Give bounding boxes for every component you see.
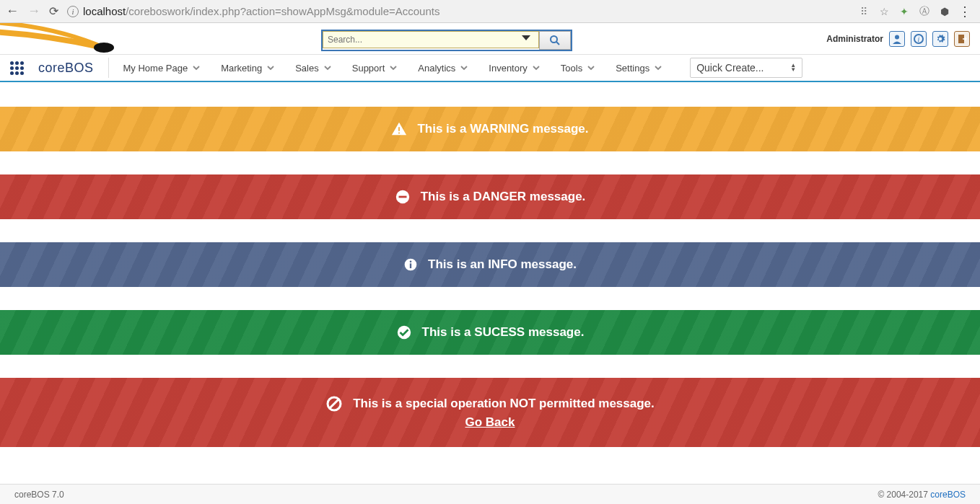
nav-item-analytics[interactable]: Analytics xyxy=(418,63,468,74)
nav-item-settings[interactable]: Settings xyxy=(616,63,662,74)
nav-separator xyxy=(108,58,109,78)
svg-rect-10 xyxy=(398,196,406,198)
nav-item-support[interactable]: Support xyxy=(352,63,398,74)
global-search xyxy=(321,30,572,51)
url-bar[interactable]: i localhost/coreboswork/index.php?action… xyxy=(67,5,849,17)
svg-point-0 xyxy=(94,43,114,53)
go-back-link[interactable]: Go Back xyxy=(465,415,515,430)
alert-text: This is a special operation NOT permitte… xyxy=(353,397,655,411)
search-input[interactable] xyxy=(323,31,539,48)
main-nav: coreBOS My Home Page Marketing Sales Sup… xyxy=(0,55,980,82)
apps-grid-icon[interactable] xyxy=(10,61,24,75)
svg-line-16 xyxy=(330,399,338,408)
svg-point-1 xyxy=(551,36,557,43)
quick-create-label: Quick Create... xyxy=(696,62,764,74)
bookmark-star-icon[interactable]: ☆ xyxy=(878,5,891,18)
alert-text: This is a WARNING message. xyxy=(417,122,588,136)
chevron-down-icon xyxy=(654,63,662,72)
footer-link[interactable]: coreBOS xyxy=(930,490,966,491)
alert-danger: This is a DANGER message. xyxy=(0,174,980,219)
check-circle-icon xyxy=(396,324,412,340)
browser-extension-icons: ⠿ ☆ ✦ Ⓐ ⬢ ⋮ xyxy=(857,5,974,18)
settings-gear-icon[interactable] xyxy=(932,31,948,47)
forward-button[interactable]: → xyxy=(27,4,40,19)
alert-success: This is a SUCESS message. xyxy=(0,310,980,355)
header-right: Administrator i xyxy=(826,31,980,47)
search-button[interactable] xyxy=(539,31,571,50)
back-button[interactable]: ← xyxy=(6,4,19,19)
app-logo[interactable] xyxy=(0,23,123,55)
site-info-icon[interactable]: i xyxy=(67,6,79,17)
nav-item-label: Support xyxy=(352,63,385,74)
footer-copyright: © 2004-2017 coreBOS xyxy=(878,490,966,491)
alert-text: This is an INFO message. xyxy=(428,257,577,272)
extension-a-icon[interactable]: Ⓐ xyxy=(918,5,931,18)
chevron-down-icon xyxy=(460,63,468,72)
nav-item-label: Settings xyxy=(616,63,649,74)
nav-item-tools[interactable]: Tools xyxy=(561,63,595,74)
extension-shield-icon[interactable]: ⬢ xyxy=(938,5,951,18)
minus-circle-icon xyxy=(395,189,411,205)
current-user-label: Administrator xyxy=(826,34,883,44)
nav-item-marketing[interactable]: Marketing xyxy=(221,63,275,74)
footer-copyright-text: © 2004-2017 xyxy=(878,490,930,491)
app-header: Administrator i xyxy=(0,23,980,55)
nav-item-home[interactable]: My Home Page xyxy=(123,63,201,74)
svg-text:i: i xyxy=(918,35,920,43)
extension-leaf-icon[interactable]: ✦ xyxy=(898,5,911,18)
chevron-down-icon xyxy=(323,63,332,72)
brand-label[interactable]: coreBOS xyxy=(38,61,94,76)
translate-icon[interactable]: ⠿ xyxy=(857,5,870,18)
nav-item-label: Tools xyxy=(561,63,582,74)
nav-item-label: Analytics xyxy=(418,63,455,74)
svg-line-2 xyxy=(556,42,559,45)
warning-triangle-icon xyxy=(391,121,407,137)
quick-create-select[interactable]: Quick Create... ▲▼ xyxy=(690,58,802,78)
svg-rect-13 xyxy=(410,263,411,268)
alert-text: This is a DANGER message. xyxy=(421,190,586,204)
logout-icon[interactable] xyxy=(954,31,970,47)
alert-info: This is an INFO message. xyxy=(0,242,980,287)
nav-item-label: Sales xyxy=(295,63,319,74)
nav-item-label: My Home Page xyxy=(123,63,188,74)
info-circle-icon xyxy=(403,257,418,272)
svg-point-12 xyxy=(410,261,412,263)
prohibited-icon xyxy=(325,395,343,412)
nav-item-sales[interactable]: Sales xyxy=(295,63,332,74)
footer-version: coreBOS 7.0 xyxy=(14,490,64,491)
select-arrows-icon: ▲▼ xyxy=(790,63,796,72)
svg-rect-7 xyxy=(399,127,401,131)
nav-item-label: Inventory xyxy=(489,63,527,74)
help-icon[interactable]: i xyxy=(911,31,927,47)
alert-text: This is a SUCESS message. xyxy=(422,325,585,340)
reload-button[interactable]: ⟳ xyxy=(49,4,58,18)
svg-point-3 xyxy=(895,35,899,39)
chevron-down-icon xyxy=(266,63,275,72)
chevron-down-icon xyxy=(532,63,541,72)
nav-items: My Home Page Marketing Sales Support Ana… xyxy=(123,63,663,74)
url-path: /coreboswork/index.php?action=showAppMsg… xyxy=(126,5,439,17)
browser-toolbar: ← → ⟳ i localhost/coreboswork/index.php?… xyxy=(0,0,980,23)
svg-rect-8 xyxy=(399,133,401,134)
alert-not-permitted: This is a special operation NOT permitte… xyxy=(0,378,980,447)
chevron-down-icon xyxy=(587,63,595,72)
alert-warning: This is a WARNING message. xyxy=(0,107,980,151)
chevron-down-icon xyxy=(192,63,201,72)
user-icon[interactable] xyxy=(889,31,905,47)
browser-nav-buttons: ← → ⟳ xyxy=(6,4,58,19)
nav-item-inventory[interactable]: Inventory xyxy=(489,63,540,74)
search-icon xyxy=(549,35,561,46)
browser-menu-icon[interactable]: ⋮ xyxy=(958,5,971,18)
app-footer: coreBOS 7.0 © 2004-2017 coreBOS xyxy=(0,484,980,490)
chevron-down-icon xyxy=(389,63,398,72)
content-area: This is a WARNING message. This is a DAN… xyxy=(0,107,980,447)
nav-item-label: Marketing xyxy=(221,63,262,74)
url-host: localhost xyxy=(83,5,126,17)
